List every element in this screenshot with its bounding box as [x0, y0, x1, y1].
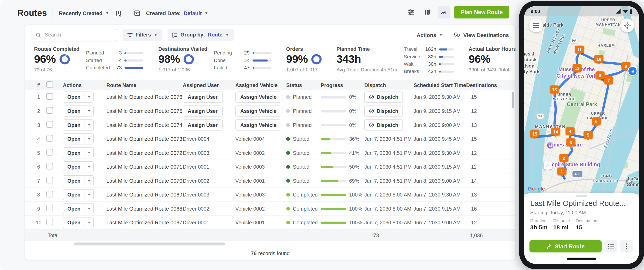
dispatch-button[interactable]: Dispatch [364, 106, 403, 117]
group-by-button[interactable]: Group by: Route ▼ [168, 29, 233, 41]
route-name-link[interactable]: Last Mile Optimized Route 0072 [106, 150, 183, 156]
open-button[interactable]: Open▼ [63, 91, 94, 103]
plan-new-route-button[interactable]: Plan New Route [454, 6, 509, 19]
row-checkbox[interactable] [46, 149, 53, 156]
route-name-link[interactable]: Last Mile Optimized Route 0073 [106, 136, 183, 142]
map[interactable]: Riverside ParkUPPER MANHATTANHARLEMNEW J… [524, 6, 639, 194]
map-marker-3[interactable]: 3 [566, 138, 575, 146]
assigned-user: Driver 0002 [183, 206, 209, 212]
assigned-vehicle-button[interactable]: Assign Vehicle [235, 91, 281, 103]
sort-dropdown-label: Recently Created [59, 10, 103, 16]
row-checkbox[interactable] [46, 135, 53, 142]
row-checkbox[interactable] [46, 205, 53, 211]
depot-home-marker[interactable]: ⌂ [544, 161, 552, 169]
open-button[interactable]: Open▼ [63, 147, 94, 158]
chevron-down-icon[interactable]: ▼ [85, 109, 93, 113]
actions-dropdown[interactable]: Actions ▼ [417, 32, 443, 38]
select-all-checkbox[interactable] [46, 81, 53, 88]
assigned-user-button[interactable]: Assign User [183, 119, 223, 131]
chevron-down-icon[interactable]: ▼ [85, 95, 93, 99]
filters-button[interactable]: Filters ▼ [123, 29, 162, 41]
assigned-vehicle-button[interactable]: Assign Vehicle [235, 119, 281, 131]
open-button[interactable]: Open▼ [63, 119, 94, 131]
assigned-vehicle-button[interactable]: Assign Vehicle [235, 106, 281, 117]
chevron-down-icon[interactable]: ▼ [85, 165, 93, 169]
map-marker-1[interactable]: 1 [557, 167, 567, 175]
route-name-link[interactable]: Last Mile Optimized Route 0075 [106, 108, 183, 114]
route-name-link[interactable]: Last Mile Optimized Route 0076 [106, 94, 183, 100]
open-button[interactable]: Open▼ [63, 203, 94, 214]
search-box[interactable] [32, 28, 117, 41]
route-name-link[interactable]: Last Mile Optimized Route 0074 [106, 122, 183, 128]
assigned-user-button[interactable]: Assign User [183, 106, 223, 117]
stat-value: 3h 5m [530, 224, 547, 231]
my-location-button[interactable] [620, 19, 634, 33]
dashboard-gauge-icon[interactable] [438, 6, 450, 18]
row-checkbox[interactable] [46, 219, 53, 225]
map-marker-6[interactable]: 6 [592, 117, 601, 125]
chevron-down-icon[interactable]: ▼ [85, 137, 93, 141]
breakdown-bar [439, 48, 454, 50]
row-checkbox[interactable] [46, 107, 53, 114]
dispatch-button[interactable]: Dispatch [364, 91, 403, 103]
breakdown-label: Pending [214, 50, 238, 56]
chevron-down-icon[interactable]: ▼ [85, 151, 93, 155]
created-date-dropdown[interactable]: Created Date: Default ▼ [146, 10, 208, 16]
destination-list-button[interactable] [604, 240, 617, 252]
open-button[interactable]: Open▼ [63, 106, 94, 117]
row-checkbox[interactable] [46, 163, 53, 169]
progress-percent: 100% [349, 206, 362, 212]
horizontal-scrollbar[interactable] [74, 243, 226, 246]
open-button[interactable]: Open▼ [63, 133, 94, 145]
chevron-down-icon[interactable]: ▼ [85, 207, 93, 211]
donut-chart [311, 54, 322, 64]
menu-button[interactable] [529, 19, 543, 33]
vertical-scrollbar[interactable] [512, 92, 514, 108]
more-options-kebab-button[interactable] [620, 240, 633, 252]
sort-dropdown[interactable]: Recently Created ▼ [59, 10, 109, 16]
map-marker-15[interactable]: 15 [530, 130, 539, 138]
records-count: 76 [251, 250, 257, 256]
drag-handle[interactable] [576, 195, 587, 197]
tune-icon[interactable] [405, 6, 417, 18]
start-route-button[interactable]: Start Route [529, 240, 602, 252]
row-checkbox[interactable] [46, 191, 53, 197]
map-marker-4[interactable]: 4 [565, 127, 575, 135]
search-input[interactable] [44, 32, 113, 38]
table-settings-icon[interactable] [115, 10, 122, 17]
map-marker-12[interactable]: 12 [573, 64, 582, 72]
route-name-link[interactable]: Last Mile Optimized Route 0067 [106, 219, 183, 226]
open-button[interactable]: Open▼ [63, 217, 94, 228]
map-marker-5[interactable]: 5 [584, 131, 593, 139]
map-marker-14[interactable]: 14 [551, 128, 560, 136]
stat-card-orders: Orders 99% 1,007 of 1,017 [279, 46, 329, 74]
chevron-down-icon[interactable]: ▼ [85, 179, 93, 183]
map-marker-11[interactable]: 11 [575, 46, 584, 53]
route-name-link[interactable]: Last Mile Optimized Route 0069 [106, 192, 183, 198]
chevron-down-icon[interactable]: ▼ [85, 221, 93, 224]
dispatch-button[interactable]: Dispatch [364, 119, 403, 131]
route-name-link[interactable]: Last Mile Optimized Route 0071 [106, 164, 183, 170]
route-name-link[interactable]: Last Mile Optimized Route 0070 [106, 178, 183, 184]
assigned-user-button[interactable]: Assign User [183, 91, 223, 103]
row-checkbox[interactable] [46, 93, 53, 100]
map-marker-2[interactable]: 2 [559, 154, 569, 162]
google-logo-letter: o [535, 186, 538, 192]
map-view-icon[interactable] [422, 6, 434, 18]
stat-breakdown: Travel183h Service82h Wait36h Breaks42h [404, 46, 454, 74]
row-checkbox[interactable] [46, 177, 53, 183]
open-button[interactable]: Open▼ [63, 161, 94, 173]
row-checkbox[interactable] [46, 121, 53, 128]
view-destinations-button[interactable]: View Destinations [453, 32, 509, 38]
map-marker-10[interactable]: 10 [594, 55, 603, 63]
map-marker-7[interactable]: 7 [604, 76, 613, 84]
home-indicator[interactable] [567, 258, 596, 260]
open-button[interactable]: Open▼ [63, 189, 94, 200]
chevron-down-icon[interactable]: ▼ [85, 193, 93, 197]
chevron-down-icon[interactable]: ▼ [85, 123, 93, 127]
open-button[interactable]: Open▼ [63, 175, 94, 186]
cellular-signal-icon [616, 9, 621, 14]
map-marker-13[interactable]: 13 [550, 85, 559, 93]
map-marker-8[interactable]: 8 [595, 71, 605, 79]
route-name-link[interactable]: Last Mile Optimized Route 0068 [106, 206, 183, 212]
